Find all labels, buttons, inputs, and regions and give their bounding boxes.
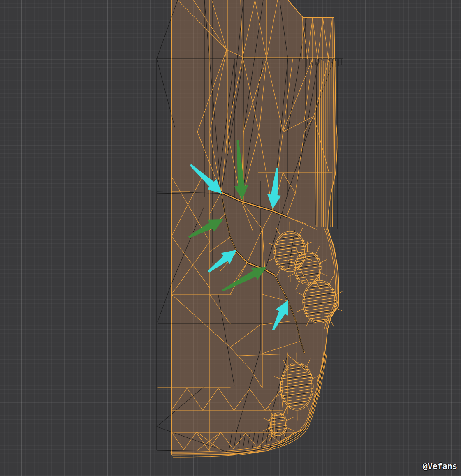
mesh-canvas — [0, 0, 461, 476]
viewport-3d[interactable]: @Vefans — [0, 0, 461, 476]
mesh-fill — [171, 0, 339, 455]
watermark: @Vefans — [423, 461, 457, 471]
